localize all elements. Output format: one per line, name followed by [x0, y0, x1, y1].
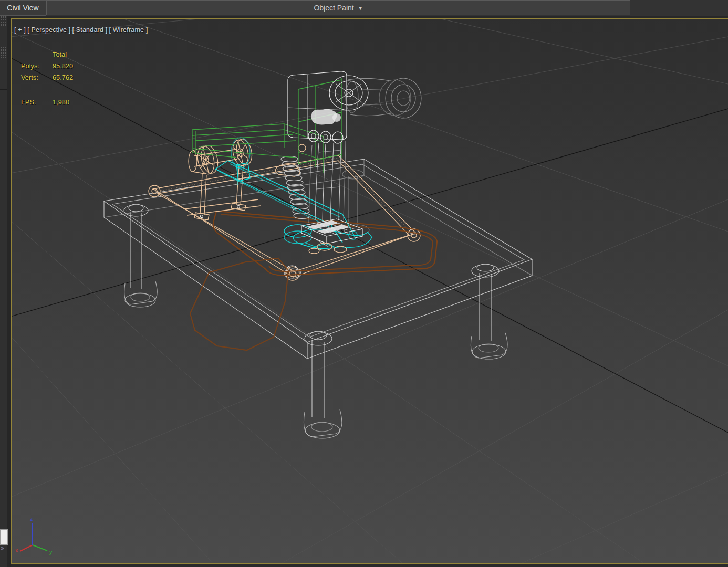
world-axis-gizmo: x y z [15, 516, 53, 555]
viewport-statistics: Total Polys:95.820 Verts:65.762 FPS:1,98… [21, 48, 73, 108]
stats-verts-value: 65.762 [53, 74, 73, 81]
viewport-canvas: x y z [0, 0, 728, 567]
stats-polys-value: 95.820 [53, 62, 73, 70]
stats-verts-label: Verts: [21, 74, 53, 81]
model-linkage[interactable] [309, 141, 346, 223]
model-brown-outline[interactable] [190, 211, 437, 350]
model-green-frame[interactable] [192, 78, 341, 173]
viewport-shading-menu[interactable]: [ Wireframe ] [109, 26, 148, 34]
model-table-wireframe[interactable] [104, 159, 532, 438]
home-grid [11, 0, 728, 567]
axis-z-label: z [30, 516, 33, 522]
model-winch-assembly[interactable] [185, 138, 306, 220]
model-barrel[interactable] [346, 78, 421, 118]
application-window: Civil View Object Paint ▼ » [0, 0, 728, 567]
axis-y-label: y [49, 549, 53, 555]
stats-fps-label: FPS: [21, 98, 53, 106]
axis-x-label: x [15, 547, 18, 553]
stats-fps-value: 1,980 [53, 98, 69, 106]
stats-polys-label: Polys: [21, 62, 53, 70]
viewport-render-preset-menu[interactable]: [ Standard ] [72, 26, 107, 34]
viewport-general-menu[interactable]: [ + ] [14, 26, 26, 34]
viewport-label: [ + ] [ Perspective ] [ Standard ] [ Wir… [14, 26, 148, 34]
stats-total-header: Total [53, 50, 67, 58]
viewport-pov-menu[interactable]: [ Perspective ] [27, 26, 70, 34]
